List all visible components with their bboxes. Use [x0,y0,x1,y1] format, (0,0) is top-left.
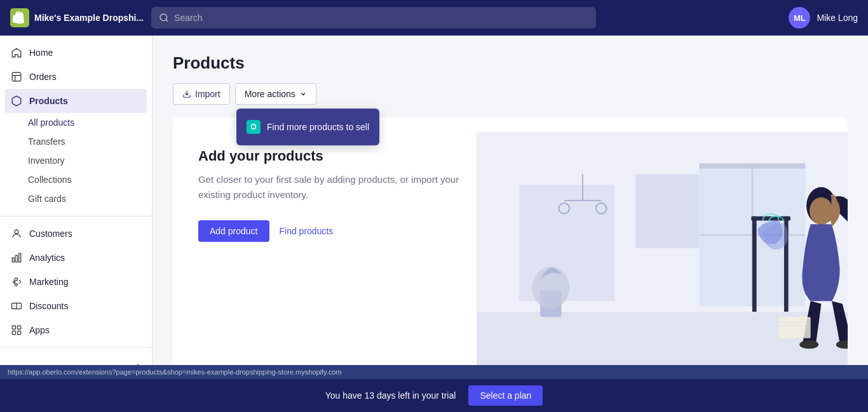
trial-banner: You have 13 days left in your trial Sele… [0,379,868,412]
more-actions-button[interactable]: More actions [235,83,316,105]
import-button[interactable]: Import [173,83,230,105]
orders-icon [10,70,23,83]
add-product-button[interactable]: Add product [198,220,269,242]
sidebar-item-transfers[interactable]: Transfers [0,132,152,151]
sidebar-item-home[interactable]: Home [0,41,152,65]
svg-rect-31 [751,216,790,221]
svg-rect-29 [752,216,757,312]
svg-rect-5 [12,258,14,262]
oberlo-icon: O [247,120,261,134]
products-submenu: All products Transfers Inventory Collect… [0,113,152,211]
svg-point-33 [810,197,833,225]
avatar[interactable]: ML [789,7,810,29]
sidebar-item-collections[interactable]: Collections [0,170,152,189]
svg-rect-3 [12,72,21,81]
sidebar: Home Orders Products All products Transf… [0,36,153,412]
top-navigation: Mike's Example Dropshi... ML Mike Long [0,0,868,36]
svg-rect-11 [12,331,15,335]
svg-rect-18 [635,174,699,248]
sidebar-item-marketing[interactable]: Marketing [0,270,152,294]
svg-line-2 [166,20,168,22]
brand-name: Mike's Example Dropshi... [34,13,144,23]
svg-point-34 [799,340,818,349]
svg-rect-12 [18,331,21,335]
svg-point-1 [160,14,167,21]
find-more-products-item[interactable]: O Find more products to sell [236,114,379,140]
svg-point-4 [15,230,18,234]
svg-rect-7 [19,253,21,262]
home-icon [10,46,23,59]
status-url: https://app.oberlo.com/extensions?page=p… [8,368,342,376]
customers-icon [10,227,23,240]
svg-rect-36 [779,317,811,338]
add-products-title: Add your products [198,148,485,164]
trial-text: You have 13 days left in your trial [325,390,456,401]
main-content: Products Import More actions O Find more… [153,36,868,412]
sidebar-item-customers[interactable]: Customers [0,222,152,246]
user-name: Mike Long [817,13,858,23]
sidebar-item-apps[interactable]: Apps [0,318,152,342]
sidebar-item-analytics[interactable]: Analytics [0,246,152,270]
svg-rect-6 [16,255,18,262]
toolbar: Import More actions O Find more products… [173,83,848,105]
marketing-icon [10,276,23,288]
add-products-description: Get closer to your first sale by adding … [198,172,485,203]
select-plan-button[interactable]: Select a plan [468,385,543,406]
apps-icon [10,324,23,336]
search-icon [159,13,169,23]
analytics-icon [10,251,23,264]
svg-rect-9 [12,326,15,329]
sidebar-item-products[interactable]: Products [5,89,147,113]
brand-logo[interactable]: Mike's Example Dropshi... [10,8,144,27]
sidebar-item-orders[interactable]: Orders [0,65,152,89]
search-input[interactable] [174,13,588,23]
svg-rect-10 [18,326,21,329]
more-actions-dropdown: O Find more products to sell [236,109,379,145]
sidebar-item-gift-cards[interactable]: Gift cards [0,189,152,208]
add-products-actions: Add product Find products [198,220,485,242]
search-bar[interactable] [151,7,596,29]
products-card: Add your products Get closer to your fir… [173,117,848,384]
discounts-icon [10,300,23,312]
illustration [477,117,848,384]
sidebar-item-inventory[interactable]: Inventory [0,151,152,170]
status-bar: https://app.oberlo.com/extensions?page=p… [0,365,868,379]
user-area: ML Mike Long [789,7,858,29]
import-icon [182,90,191,98]
products-icon [10,95,23,107]
sidebar-item-discounts[interactable]: Discounts [0,294,152,318]
chevron-down-icon [299,90,307,98]
page-title: Products [173,53,848,73]
find-products-link[interactable]: Find products [280,226,334,236]
sidebar-item-all-products[interactable]: All products [0,113,152,132]
